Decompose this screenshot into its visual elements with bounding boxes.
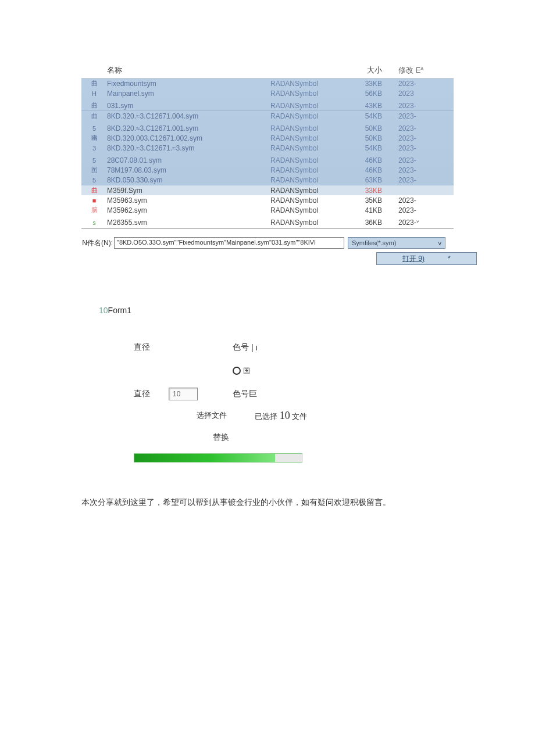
file-type: RADANSymbol <box>270 166 346 174</box>
file-name: 8KD.050.330.sym <box>107 176 270 184</box>
file-size: 50KB <box>346 124 393 132</box>
open-mark: * <box>448 255 451 263</box>
file-size: 33KB <box>346 80 393 88</box>
col-name[interactable]: 名称 <box>81 65 270 76</box>
file-type: RADANSymbol <box>270 206 346 214</box>
file-date: 2023- <box>393 144 439 152</box>
file-icon: H <box>81 90 107 97</box>
file-size: 41KB <box>346 206 393 214</box>
file-type: RADANSymbol <box>270 134 346 142</box>
file-type: RADANSymbol <box>270 176 346 184</box>
file-row-hover[interactable]: 曲 M359f.Sym RADANSymbol 33KB <box>81 185 454 195</box>
file-date: 2023-ᵛ <box>393 218 439 227</box>
color-code-label-1: 色号 <box>233 342 249 353</box>
file-list: 名称 大小 修改 Eᴬ 曲FixedmountsymRADANSymbol33K… <box>81 64 454 229</box>
file-size: 35KB <box>346 196 393 205</box>
form1-title: 10Form1 <box>99 306 477 315</box>
file-icon: 曲 <box>81 112 107 120</box>
file-name: M359f.Sym <box>107 187 270 195</box>
file-name: 031.sym <box>107 102 270 110</box>
file-name: 8KD.320.≈3.C12671.001.sym <box>107 124 270 132</box>
file-name: 78M197.08.03.sym <box>107 166 270 174</box>
selected-file-status: 已选择 10 文件 <box>255 410 307 422</box>
replace-button[interactable]: 替换 <box>213 432 229 443</box>
option-label: 国 <box>243 366 250 376</box>
progress-fill <box>134 454 275 462</box>
file-row[interactable]: 58KD.050.330.symRADANSymbol63KB2023- <box>81 175 454 185</box>
file-name: 8KD.320.≈3.C12671.004.sym <box>107 112 270 120</box>
file-icon: 图 <box>81 166 107 174</box>
select-file-button[interactable]: 选择文件 <box>197 410 227 421</box>
file-icon: 5 <box>81 157 107 164</box>
file-date: 2023- <box>393 102 439 110</box>
file-row[interactable]: 幽8KD.320.003.C12671.002.symRADANSymbol50… <box>81 133 454 143</box>
file-type: RADANSymbol <box>270 102 346 110</box>
file-row[interactable]: 脑M35962.symRADANSymbol41KB2023- <box>81 205 454 215</box>
diameter-label-1: 直径 <box>134 342 169 353</box>
file-type: RADANSymbol <box>270 89 346 98</box>
file-icon: s <box>81 219 107 226</box>
file-type: RADANSymbol <box>270 156 346 164</box>
file-size: 50KB <box>346 134 393 142</box>
file-size: 43KB <box>346 102 393 110</box>
file-row[interactable]: 曲031.symRADANSymbol43KB2023- <box>81 101 454 110</box>
file-icon: 曲 <box>81 101 107 110</box>
file-size: 63KB <box>346 176 393 184</box>
file-icon: ■ <box>81 197 107 204</box>
file-row[interactable]: HMainpanel.symRADANSymbol56KB2023 <box>81 88 454 98</box>
file-type-filter[interactable]: Symfiles(*.sym) v <box>348 237 445 249</box>
file-type: RADANSymbol <box>270 112 346 120</box>
chevron-down-icon: v <box>438 239 442 246</box>
open-label: 打开 9) <box>402 254 425 264</box>
file-icon: 5 <box>81 177 107 184</box>
filename-input[interactable]: "8KD.O5O.33O.sym""Fixedmountsym"Mainpane… <box>114 237 344 249</box>
file-size: 54KB <box>346 144 393 152</box>
file-icon: 曲 <box>81 79 107 88</box>
file-row[interactable]: 图78M197.08.03.symRADANSymbol46KB2023- <box>81 165 454 175</box>
file-icon: 曲 <box>81 186 107 195</box>
file-size: 56KB <box>346 89 393 98</box>
filename-bar: N件名(N): "8KD.O5O.33O.sym""Fixedmountsym"… <box>81 237 477 249</box>
file-date: 2023- <box>393 156 439 164</box>
file-name: 8KD.320.≈3.C12671.≈3.sym <box>107 144 270 152</box>
file-icon: 5 <box>81 125 107 132</box>
filename-label: N件名(N): <box>81 238 114 248</box>
diameter-label-2: 直径 <box>134 389 169 399</box>
file-date: 2023- <box>393 124 439 132</box>
file-size: 54KB <box>346 112 393 120</box>
file-date: 2023 <box>393 89 439 98</box>
progress-bar <box>134 453 302 463</box>
col-size[interactable]: 大小 <box>346 65 393 76</box>
file-row[interactable]: 38KD.320.≈3.C12671.≈3.symRADANSymbol54KB… <box>81 143 454 153</box>
file-size: 46KB <box>346 166 393 174</box>
file-icon: 脑 <box>81 206 107 214</box>
file-date: 2023- <box>393 196 439 205</box>
file-date: 2023- <box>393 206 439 214</box>
file-name: M35962.sym <box>107 206 270 214</box>
file-row[interactable]: 58KD.320.≈3.C12671.001.symRADANSymbol50K… <box>81 123 454 133</box>
file-date: 2023- <box>393 80 439 88</box>
file-type: RADANSymbol <box>270 144 346 152</box>
file-size: 36KB <box>346 218 393 227</box>
option-circle-icon[interactable] <box>233 367 241 375</box>
file-date: 2023- <box>393 134 439 142</box>
file-row[interactable]: ■M35963.symRADANSymbol35KB2023- <box>81 195 454 205</box>
filter-text: Symfiles(*.sym) <box>352 239 396 246</box>
diameter-input[interactable]: 10 <box>169 388 198 400</box>
col-modified[interactable]: 修改 Eᴬ <box>393 65 439 76</box>
file-name: M35963.sym <box>107 196 270 205</box>
closing-text: 本次分享就到这里了，希望可以帮到从事镀金行业的小伙伴，如有疑问欢迎积极留言。 <box>81 495 477 510</box>
file-name: 8KD.320.003.C12671.002.sym <box>107 134 270 142</box>
file-name: M26355.svm <box>107 218 270 227</box>
file-row[interactable]: 曲8KD.320.≈3.C12671.004.symRADANSymbol54K… <box>81 111 454 121</box>
file-list-header: 名称 大小 修改 Eᴬ <box>81 64 454 78</box>
file-row[interactable]: 曲FixedmountsymRADANSymbol33KB2023- <box>81 78 454 88</box>
file-row[interactable]: 528C07.08.01.symRADANSymbol46KB2023- <box>81 155 454 165</box>
file-row[interactable]: sM26355.svmRADANSymbol36KB2023-ᵛ <box>81 217 454 227</box>
file-type: RADANSymbol <box>270 80 346 88</box>
selected-files-block: 曲FixedmountsymRADANSymbol33KB2023-HMainp… <box>81 78 454 185</box>
file-type: RADANSymbol <box>270 218 346 227</box>
open-button[interactable]: 打开 9) * <box>376 252 477 265</box>
color-code-value-1: | ι <box>251 343 258 352</box>
file-icon: 幽 <box>81 134 107 142</box>
